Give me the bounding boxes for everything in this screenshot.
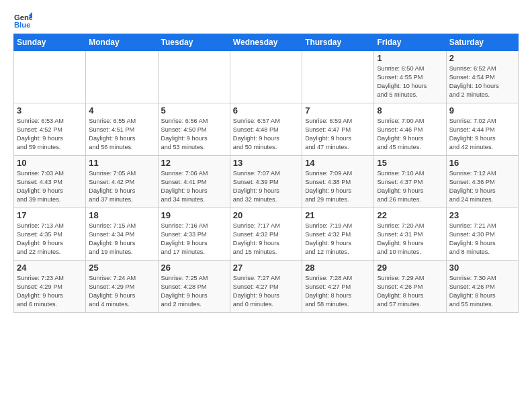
day-number: 15 bbox=[377, 158, 443, 168]
day-cell bbox=[14, 51, 86, 103]
day-number: 18 bbox=[89, 210, 154, 220]
day-info: Sunrise: 6:55 AM Sunset: 4:51 PM Dayligh… bbox=[89, 117, 154, 152]
day-number: 20 bbox=[233, 210, 299, 220]
day-info: Sunrise: 7:00 AM Sunset: 4:46 PM Dayligh… bbox=[377, 117, 443, 152]
weekday-header-row: SundayMondayTuesdayWednesdayThursdayFrid… bbox=[14, 34, 519, 51]
day-number: 4 bbox=[89, 105, 154, 116]
day-cell bbox=[86, 51, 158, 103]
day-info: Sunrise: 7:23 AM Sunset: 4:29 PM Dayligh… bbox=[17, 274, 83, 309]
day-cell bbox=[302, 51, 374, 103]
day-number: 11 bbox=[89, 158, 154, 168]
weekday-header-wednesday: Wednesday bbox=[230, 34, 302, 51]
logo-icon: General Blue bbox=[13, 11, 32, 30]
day-info: Sunrise: 6:53 AM Sunset: 4:52 PM Dayligh… bbox=[17, 117, 83, 152]
day-number: 3 bbox=[17, 105, 83, 116]
day-number: 8 bbox=[377, 105, 443, 116]
day-cell: 20Sunrise: 7:17 AM Sunset: 4:32 PM Dayli… bbox=[230, 208, 302, 261]
day-info: Sunrise: 6:56 AM Sunset: 4:50 PM Dayligh… bbox=[161, 117, 227, 152]
day-cell: 9Sunrise: 7:02 AM Sunset: 4:44 PM Daylig… bbox=[446, 103, 518, 156]
day-cell: 29Sunrise: 7:29 AM Sunset: 4:26 PM Dayli… bbox=[374, 261, 446, 313]
day-info: Sunrise: 7:06 AM Sunset: 4:41 PM Dayligh… bbox=[161, 169, 227, 204]
day-cell: 22Sunrise: 7:20 AM Sunset: 4:31 PM Dayli… bbox=[374, 208, 446, 261]
day-cell: 18Sunrise: 7:15 AM Sunset: 4:34 PM Dayli… bbox=[86, 208, 158, 261]
day-number: 21 bbox=[305, 210, 371, 220]
week-row-0: 1Sunrise: 6:50 AM Sunset: 4:55 PM Daylig… bbox=[14, 51, 519, 103]
day-cell: 21Sunrise: 7:19 AM Sunset: 4:32 PM Dayli… bbox=[302, 208, 374, 261]
week-row-3: 17Sunrise: 7:13 AM Sunset: 4:35 PM Dayli… bbox=[14, 208, 519, 261]
day-number: 30 bbox=[449, 263, 515, 273]
day-cell: 3Sunrise: 6:53 AM Sunset: 4:52 PM Daylig… bbox=[14, 103, 86, 156]
day-cell: 19Sunrise: 7:16 AM Sunset: 4:33 PM Dayli… bbox=[158, 208, 230, 261]
weekday-header-saturday: Saturday bbox=[446, 34, 518, 51]
day-cell: 8Sunrise: 7:00 AM Sunset: 4:46 PM Daylig… bbox=[374, 103, 446, 156]
day-cell: 17Sunrise: 7:13 AM Sunset: 4:35 PM Dayli… bbox=[14, 208, 86, 261]
day-info: Sunrise: 7:12 AM Sunset: 4:36 PM Dayligh… bbox=[449, 169, 515, 204]
day-cell: 5Sunrise: 6:56 AM Sunset: 4:50 PM Daylig… bbox=[158, 103, 230, 156]
day-cell: 4Sunrise: 6:55 AM Sunset: 4:51 PM Daylig… bbox=[86, 103, 158, 156]
day-number: 22 bbox=[377, 210, 443, 220]
day-cell: 13Sunrise: 7:07 AM Sunset: 4:39 PM Dayli… bbox=[230, 156, 302, 208]
day-info: Sunrise: 7:02 AM Sunset: 4:44 PM Dayligh… bbox=[449, 117, 515, 152]
day-cell: 10Sunrise: 7:03 AM Sunset: 4:43 PM Dayli… bbox=[14, 156, 86, 208]
day-cell: 28Sunrise: 7:28 AM Sunset: 4:27 PM Dayli… bbox=[302, 261, 374, 313]
weekday-header-sunday: Sunday bbox=[14, 34, 86, 51]
day-info: Sunrise: 7:27 AM Sunset: 4:27 PM Dayligh… bbox=[233, 274, 299, 309]
day-number: 6 bbox=[233, 105, 299, 116]
day-number: 9 bbox=[449, 105, 515, 116]
day-number: 12 bbox=[161, 158, 227, 168]
day-info: Sunrise: 7:07 AM Sunset: 4:39 PM Dayligh… bbox=[233, 169, 299, 204]
day-number: 2 bbox=[449, 53, 515, 63]
day-info: Sunrise: 7:09 AM Sunset: 4:38 PM Dayligh… bbox=[305, 169, 371, 204]
day-number: 27 bbox=[233, 263, 299, 273]
day-cell bbox=[158, 51, 230, 103]
day-cell: 26Sunrise: 7:25 AM Sunset: 4:28 PM Dayli… bbox=[158, 261, 230, 313]
day-number: 26 bbox=[161, 263, 227, 273]
day-cell: 11Sunrise: 7:05 AM Sunset: 4:42 PM Dayli… bbox=[86, 156, 158, 208]
day-info: Sunrise: 7:17 AM Sunset: 4:32 PM Dayligh… bbox=[233, 222, 299, 257]
day-info: Sunrise: 7:16 AM Sunset: 4:33 PM Dayligh… bbox=[161, 222, 227, 257]
day-info: Sunrise: 6:57 AM Sunset: 4:48 PM Dayligh… bbox=[233, 117, 299, 152]
logo: General Blue bbox=[13, 11, 32, 30]
day-info: Sunrise: 7:05 AM Sunset: 4:42 PM Dayligh… bbox=[89, 169, 154, 204]
day-number: 14 bbox=[305, 158, 371, 168]
day-cell: 1Sunrise: 6:50 AM Sunset: 4:55 PM Daylig… bbox=[374, 51, 446, 103]
day-info: Sunrise: 7:10 AM Sunset: 4:37 PM Dayligh… bbox=[377, 169, 443, 204]
day-info: Sunrise: 7:21 AM Sunset: 4:30 PM Dayligh… bbox=[449, 222, 515, 257]
day-info: Sunrise: 7:25 AM Sunset: 4:28 PM Dayligh… bbox=[161, 274, 227, 309]
weekday-header-friday: Friday bbox=[374, 34, 446, 51]
day-cell: 30Sunrise: 7:30 AM Sunset: 4:26 PM Dayli… bbox=[446, 261, 518, 313]
day-number: 24 bbox=[17, 263, 83, 273]
week-row-4: 24Sunrise: 7:23 AM Sunset: 4:29 PM Dayli… bbox=[14, 261, 519, 313]
day-number: 29 bbox=[377, 263, 443, 273]
svg-text:Blue: Blue bbox=[14, 21, 31, 29]
calendar-table: SundayMondayTuesdayWednesdayThursdayFrid… bbox=[13, 34, 519, 313]
day-info: Sunrise: 7:03 AM Sunset: 4:43 PM Dayligh… bbox=[17, 169, 83, 204]
day-info: Sunrise: 6:50 AM Sunset: 4:55 PM Dayligh… bbox=[377, 64, 443, 99]
day-number: 19 bbox=[161, 210, 227, 220]
day-info: Sunrise: 7:20 AM Sunset: 4:31 PM Dayligh… bbox=[377, 222, 443, 257]
day-cell: 24Sunrise: 7:23 AM Sunset: 4:29 PM Dayli… bbox=[14, 261, 86, 313]
day-number: 16 bbox=[449, 158, 515, 168]
day-number: 10 bbox=[17, 158, 83, 168]
day-cell: 27Sunrise: 7:27 AM Sunset: 4:27 PM Dayli… bbox=[230, 261, 302, 313]
week-row-2: 10Sunrise: 7:03 AM Sunset: 4:43 PM Dayli… bbox=[14, 156, 519, 208]
day-number: 1 bbox=[377, 53, 443, 63]
day-cell: 7Sunrise: 6:59 AM Sunset: 4:47 PM Daylig… bbox=[302, 103, 374, 156]
day-cell: 23Sunrise: 7:21 AM Sunset: 4:30 PM Dayli… bbox=[446, 208, 518, 261]
day-cell bbox=[230, 51, 302, 103]
day-cell: 14Sunrise: 7:09 AM Sunset: 4:38 PM Dayli… bbox=[302, 156, 374, 208]
day-info: Sunrise: 7:30 AM Sunset: 4:26 PM Dayligh… bbox=[449, 274, 515, 309]
weekday-header-monday: Monday bbox=[86, 34, 158, 51]
day-cell: 12Sunrise: 7:06 AM Sunset: 4:41 PM Dayli… bbox=[158, 156, 230, 208]
day-cell: 15Sunrise: 7:10 AM Sunset: 4:37 PM Dayli… bbox=[374, 156, 446, 208]
day-info: Sunrise: 7:19 AM Sunset: 4:32 PM Dayligh… bbox=[305, 222, 371, 257]
page: General Blue SundayMondayTuesdayWednesda… bbox=[0, 0, 532, 320]
day-info: Sunrise: 7:13 AM Sunset: 4:35 PM Dayligh… bbox=[17, 222, 83, 257]
day-cell: 6Sunrise: 6:57 AM Sunset: 4:48 PM Daylig… bbox=[230, 103, 302, 156]
day-info: Sunrise: 6:59 AM Sunset: 4:47 PM Dayligh… bbox=[305, 117, 371, 152]
day-number: 25 bbox=[89, 263, 154, 273]
day-info: Sunrise: 7:15 AM Sunset: 4:34 PM Dayligh… bbox=[89, 222, 154, 257]
day-number: 5 bbox=[161, 105, 227, 116]
day-info: Sunrise: 7:24 AM Sunset: 4:29 PM Dayligh… bbox=[89, 274, 154, 309]
day-cell: 25Sunrise: 7:24 AM Sunset: 4:29 PM Dayli… bbox=[86, 261, 158, 313]
